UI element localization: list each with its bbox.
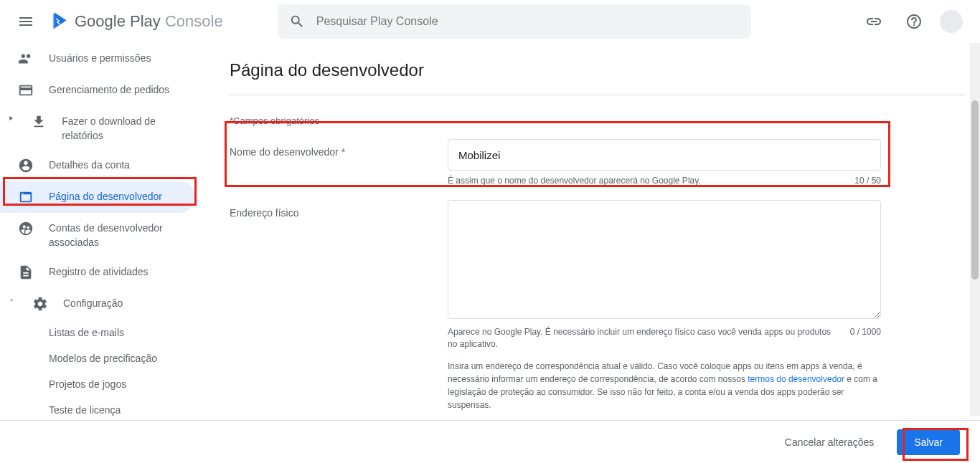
sidebar-item-label: Gerenciamento de pedidos bbox=[49, 82, 169, 97]
scrollbar-thumb[interactable] bbox=[971, 100, 979, 280]
dev-name-counter: 10 / 50 bbox=[854, 175, 881, 187]
sidebar-item-label: Detalhes da conta bbox=[49, 157, 130, 173]
sidebar-item-label: Configuração bbox=[63, 295, 123, 311]
sidebar-sub-games[interactable]: Projetos de jogos bbox=[0, 371, 195, 397]
developer-terms-link[interactable]: termos do desenvolvedor bbox=[748, 374, 844, 384]
cancel-button[interactable]: Cancelar alterações bbox=[773, 429, 886, 455]
chevron-down-icon bbox=[8, 297, 15, 304]
sidebar-item-orders[interactable]: Gerenciamento de pedidos bbox=[0, 75, 195, 106]
sidebar-item-activity[interactable]: Registro de atividades bbox=[0, 257, 195, 288]
credit-card-icon bbox=[18, 82, 34, 98]
logo-text-primary: Google Play bbox=[75, 12, 161, 30]
address-desc-1: Insira um endereço de correspondência at… bbox=[448, 360, 881, 411]
save-button[interactable]: Salvar bbox=[897, 429, 960, 455]
footer-actions: Cancelar alterações Salvar bbox=[0, 420, 980, 463]
help-button[interactable] bbox=[900, 7, 928, 36]
address-hint: Aparece no Google Play. É necessário inc… bbox=[448, 326, 850, 350]
search-box[interactable] bbox=[278, 4, 751, 39]
sidebar-item-download[interactable]: Fazer o download de relatórios bbox=[0, 106, 195, 150]
sidebar-item-users[interactable]: Usuários e permissões bbox=[0, 43, 195, 75]
sidebar-item-account[interactable]: Detalhes da conta bbox=[0, 150, 195, 181]
search-input[interactable] bbox=[316, 15, 740, 28]
mandatory-note: *Campos obrigatórios bbox=[230, 115, 966, 126]
main-content: Página do desenvolvedor *Campos obrigató… bbox=[201, 43, 980, 463]
play-console-logo-icon bbox=[52, 11, 69, 32]
dev-name-input[interactable] bbox=[448, 139, 881, 171]
gear-icon bbox=[32, 296, 48, 312]
users-icon bbox=[18, 51, 34, 67]
form-row-dev-name: Nome do desenvolvedor * É assim que o no… bbox=[230, 139, 966, 187]
app-header: Google Play Console bbox=[0, 0, 980, 43]
sidebar-item-label: Contas de desenvolvedor associadas bbox=[49, 220, 184, 249]
sidebar-item-associated[interactable]: Contas de desenvolvedor associadas bbox=[0, 213, 195, 257]
address-input[interactable] bbox=[448, 200, 881, 319]
search-icon bbox=[289, 14, 305, 29]
header-actions bbox=[859, 7, 969, 36]
avatar[interactable] bbox=[940, 10, 963, 33]
document-icon bbox=[18, 264, 34, 280]
link-button[interactable] bbox=[859, 7, 888, 36]
sidebar-item-developer-page[interactable]: Página do desenvolvedor bbox=[0, 181, 195, 213]
sidebar-item-label: Página do desenvolvedor bbox=[49, 188, 162, 204]
sidebar-item-config[interactable]: Configuração bbox=[0, 288, 195, 320]
help-icon bbox=[905, 13, 923, 30]
logo-text-secondary: Console bbox=[165, 12, 223, 30]
sidebar-item-label: Usuários e permissões bbox=[49, 50, 151, 66]
address-label: Endereço físico bbox=[230, 200, 430, 435]
supervised-icon bbox=[18, 221, 34, 237]
address-counter: 0 / 1000 bbox=[850, 326, 881, 350]
link-icon bbox=[865, 13, 882, 30]
sidebar: Usuários e permissões Gerenciamento de p… bbox=[0, 43, 201, 463]
sidebar-sub-license[interactable]: Teste de licença bbox=[0, 397, 195, 423]
sidebar-item-label: Fazer o download de relatórios bbox=[62, 113, 184, 143]
download-icon bbox=[31, 114, 47, 130]
sidebar-item-label: Registro de atividades bbox=[49, 264, 149, 280]
dev-name-label: Nome do desenvolvedor * bbox=[230, 139, 430, 187]
form-row-address: Endereço físico Aparece no Google Play. … bbox=[230, 200, 966, 435]
hamburger-icon bbox=[17, 13, 34, 30]
logo[interactable]: Google Play Console bbox=[52, 11, 223, 32]
chevron-right-icon bbox=[7, 115, 14, 122]
web-page-icon bbox=[18, 189, 34, 205]
dev-name-hint: É assim que o nome do desenvolvedor apar… bbox=[448, 175, 854, 187]
page-title: Página do desenvolvedor bbox=[230, 43, 966, 95]
sidebar-sub-pricing[interactable]: Modelos de precificação bbox=[0, 345, 195, 371]
sidebar-sub-emails[interactable]: Listas de e-mails bbox=[0, 320, 195, 345]
account-icon bbox=[18, 158, 34, 173]
menu-button[interactable] bbox=[11, 7, 40, 36]
